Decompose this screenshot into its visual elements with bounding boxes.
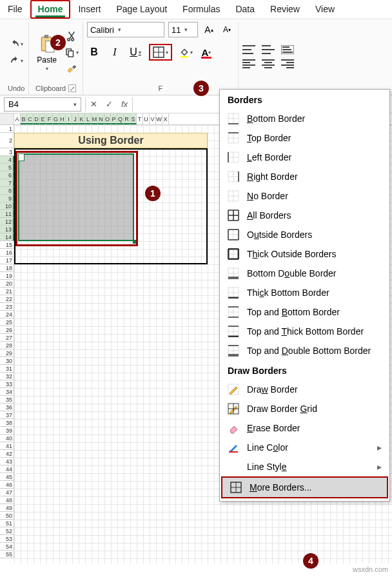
row-header-7[interactable]: 7: [0, 179, 14, 187]
col-header-T[interactable]: T: [137, 113, 143, 124]
underline-button[interactable]: U▾: [128, 46, 142, 59]
bold-button[interactable]: B: [87, 46, 101, 59]
select-all-corner[interactable]: [0, 113, 14, 124]
border-item-bottom[interactable]: Bottom Border: [220, 109, 389, 128]
row-header-51[interactable]: 51: [0, 520, 14, 527]
border-item-no[interactable]: No Border: [220, 186, 389, 206]
tab-file[interactable]: File: [0, 0, 30, 19]
row-header-55[interactable]: 55: [0, 551, 14, 558]
row-header-47[interactable]: 47: [0, 489, 14, 496]
border-item-bottom-double[interactable]: Bottom Double Border: [220, 264, 389, 283]
row-header-32[interactable]: 32: [0, 373, 14, 380]
row-header-41[interactable]: 41: [0, 442, 14, 450]
name-box[interactable]: B4▾: [4, 97, 81, 112]
row-header-33[interactable]: 33: [0, 380, 14, 388]
row-header-45[interactable]: 45: [0, 473, 14, 481]
tab-page-layout[interactable]: Page Layout: [108, 0, 175, 19]
align-top-button[interactable]: [242, 45, 255, 54]
col-header-P[interactable]: P: [111, 113, 117, 124]
border-item-more[interactable]: More Borders...: [221, 476, 388, 498]
col-header-B[interactable]: B: [21, 113, 27, 124]
col-header-J[interactable]: J: [72, 113, 79, 124]
row-header-3[interactable]: 3: [0, 148, 14, 156]
tab-insert[interactable]: Insert: [70, 0, 108, 19]
border-item-top-bottom[interactable]: Top and Bottom Border: [220, 302, 389, 322]
row-header-34[interactable]: 34: [0, 388, 14, 396]
row-header-36[interactable]: 36: [0, 404, 14, 411]
border-item-draw[interactable]: Draw Border: [220, 380, 389, 399]
row-header-43[interactable]: 43: [0, 458, 14, 465]
row-header-12[interactable]: 12: [0, 218, 14, 226]
row-header-53[interactable]: 53: [0, 535, 14, 543]
row-header-42[interactable]: 42: [0, 450, 14, 458]
row-header-20[interactable]: 20: [0, 280, 14, 288]
col-header-O[interactable]: O: [104, 113, 111, 124]
row-header-10[interactable]: 10: [0, 202, 14, 210]
col-header-N[interactable]: N: [98, 113, 104, 124]
row-header-9[interactable]: 9: [0, 195, 14, 202]
row-header-28[interactable]: 28: [0, 342, 14, 349]
border-item-top-double-bottom[interactable]: Top and Double Bottom Border: [220, 341, 389, 360]
row-header-1[interactable]: 1: [0, 125, 14, 133]
increase-font-button[interactable]: A▴: [202, 23, 216, 36]
row-header-21[interactable]: 21: [0, 288, 14, 295]
col-header-R[interactable]: R: [124, 113, 130, 124]
fx-button[interactable]: fx: [117, 99, 132, 109]
border-item-thick-bottom[interactable]: Thick Bottom Border: [220, 283, 389, 302]
col-header-U[interactable]: U: [143, 113, 150, 124]
font-size-combo[interactable]: 11▾: [168, 22, 198, 37]
tab-formulas[interactable]: Formulas: [175, 0, 228, 19]
align-bottom-button[interactable]: [281, 45, 294, 54]
border-item-color[interactable]: Line Color▸: [220, 438, 389, 457]
row-header-27[interactable]: 27: [0, 334, 14, 342]
cut-button[interactable]: [64, 30, 79, 43]
col-header-C[interactable]: C: [27, 113, 34, 124]
clipboard-launcher-icon[interactable]: ⤢: [68, 84, 76, 92]
row-header-8[interactable]: 8: [0, 187, 14, 195]
cancel-formula-button[interactable]: ✕: [86, 99, 101, 109]
col-header-X[interactable]: X: [162, 113, 169, 124]
col-header-I[interactable]: I: [66, 113, 72, 124]
align-middle-button[interactable]: [262, 45, 275, 54]
border-item-top[interactable]: Top Border: [220, 128, 389, 148]
row-header-38[interactable]: 38: [0, 419, 14, 427]
row-header-35[interactable]: 35: [0, 396, 14, 404]
row-header-6[interactable]: 6: [0, 171, 14, 179]
row-header-2[interactable]: 2: [0, 133, 14, 148]
col-header-E[interactable]: E: [40, 113, 46, 124]
row-header-14[interactable]: 14: [0, 233, 14, 241]
align-center-button[interactable]: [262, 59, 275, 68]
row-header-15[interactable]: 15: [0, 241, 14, 249]
undo-button[interactable]: ▾: [9, 38, 23, 51]
row-header-18[interactable]: 18: [0, 264, 14, 272]
col-header-S[interactable]: S: [130, 113, 137, 124]
row-header-23[interactable]: 23: [0, 303, 14, 311]
row-header-16[interactable]: 16: [0, 249, 14, 257]
font-name-combo[interactable]: Calibri▾: [87, 22, 164, 37]
col-header-D[interactable]: D: [34, 113, 40, 124]
tab-home[interactable]: Home: [30, 0, 71, 19]
tab-review[interactable]: Review: [262, 0, 308, 19]
col-header-G[interactable]: G: [53, 113, 59, 124]
redo-button[interactable]: ▾: [9, 55, 23, 68]
border-item-draw-grid[interactable]: Draw Border Grid: [220, 399, 389, 418]
align-right-button[interactable]: [281, 59, 294, 68]
col-header-W[interactable]: W: [156, 113, 162, 124]
row-header-31[interactable]: 31: [0, 365, 14, 373]
row-header-19[interactable]: 19: [0, 272, 14, 280]
col-header-M[interactable]: M: [92, 113, 98, 124]
row-header-39[interactable]: 39: [0, 427, 14, 435]
tab-data[interactable]: Data: [228, 0, 262, 19]
col-header-A[interactable]: A: [14, 113, 21, 124]
row-header-26[interactable]: 26: [0, 326, 14, 334]
border-item-left[interactable]: Left Border: [220, 148, 389, 167]
row-header-40[interactable]: 40: [0, 435, 14, 442]
italic-button[interactable]: I: [108, 46, 122, 59]
row-header-37[interactable]: 37: [0, 411, 14, 419]
col-header-F[interactable]: F: [46, 113, 53, 124]
border-item-all[interactable]: All Borders: [220, 206, 389, 225]
borders-button[interactable]: ▾: [149, 44, 172, 61]
align-left-button[interactable]: [242, 59, 255, 68]
row-header-48[interactable]: 48: [0, 496, 14, 504]
col-header-K[interactable]: K: [79, 113, 85, 124]
